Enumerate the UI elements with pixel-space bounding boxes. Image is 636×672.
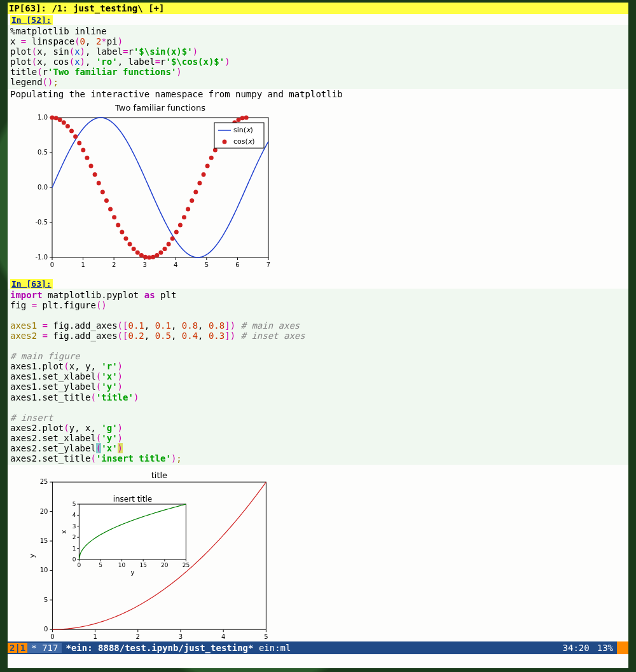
svg-point-54 <box>151 254 155 259</box>
svg-text:title: title <box>151 470 167 480</box>
svg-text:10: 10 <box>118 562 126 568</box>
svg-text:1: 1 <box>73 545 76 552</box>
chart-two-familiar: Two familiar functions01234567-1.0-0.50.… <box>8 99 628 278</box>
cell-prompt-63[interactable]: In [63]: <box>10 279 53 289</box>
svg-point-76 <box>236 118 240 122</box>
svg-point-31 <box>62 120 66 125</box>
svg-point-70 <box>213 147 218 152</box>
svg-point-32 <box>66 124 70 128</box>
svg-text:0: 0 <box>44 626 48 633</box>
svg-text:15: 15 <box>139 562 146 568</box>
svg-text:y: y <box>130 569 134 576</box>
svg-text:0: 0 <box>50 633 54 640</box>
svg-point-66 <box>197 181 202 185</box>
svg-text:2: 2 <box>136 633 140 640</box>
svg-text:cos(x): cos(x) <box>233 137 255 146</box>
svg-point-68 <box>205 163 210 168</box>
svg-point-33 <box>69 128 74 133</box>
svg-text:2: 2 <box>112 261 116 268</box>
svg-point-58 <box>167 242 171 246</box>
svg-point-64 <box>190 198 194 203</box>
cell-code-52[interactable]: %matplotlib inline x = linspace(0, 2*pi)… <box>8 25 628 89</box>
svg-text:-0.5: -0.5 <box>35 219 48 226</box>
svg-point-67 <box>202 172 206 176</box>
svg-point-30 <box>58 118 62 122</box>
svg-point-62 <box>182 215 186 219</box>
svg-point-56 <box>158 250 163 254</box>
svg-text:1: 1 <box>81 261 85 268</box>
svg-point-60 <box>174 230 179 234</box>
svg-text:0: 0 <box>78 562 81 568</box>
svg-text:insert title: insert title <box>113 495 153 504</box>
svg-text:6: 6 <box>235 261 239 268</box>
svg-text:0: 0 <box>50 261 54 268</box>
svg-point-46 <box>120 230 124 234</box>
svg-point-42 <box>104 198 109 203</box>
svg-text:3: 3 <box>179 633 183 640</box>
svg-text:3: 3 <box>143 261 147 268</box>
svg-point-77 <box>240 116 245 120</box>
modeline-winnum: 2|1 <box>8 643 27 653</box>
modeline-pct: 13% <box>593 643 617 653</box>
svg-point-47 <box>123 236 128 240</box>
svg-text:3: 3 <box>73 523 76 530</box>
svg-text:5: 5 <box>264 633 268 640</box>
svg-text:0.5: 0.5 <box>38 149 48 156</box>
svg-text:0: 0 <box>73 556 76 563</box>
svg-rect-112 <box>79 504 186 559</box>
svg-point-43 <box>108 207 113 211</box>
svg-text:4: 4 <box>73 512 76 519</box>
window-title: IP[63]: /1: just_testing\ [+] <box>8 3 628 14</box>
svg-point-59 <box>170 236 175 240</box>
svg-text:5: 5 <box>205 261 209 268</box>
svg-text:sin(x): sin(x) <box>233 126 253 134</box>
chart-title-inset: title0123450510152025xyinsert title05101… <box>8 465 628 656</box>
svg-point-82 <box>223 139 227 144</box>
editor-window: IP[63]: /1: just_testing\ [+] In [52]: %… <box>8 3 628 656</box>
svg-point-40 <box>97 181 101 185</box>
svg-text:10: 10 <box>40 567 48 574</box>
svg-text:5: 5 <box>99 562 102 568</box>
svg-point-69 <box>209 155 214 160</box>
svg-point-29 <box>54 116 59 120</box>
svg-point-37 <box>85 155 89 160</box>
svg-text:-1.0: -1.0 <box>35 254 48 261</box>
svg-point-41 <box>100 189 105 194</box>
svg-point-57 <box>163 246 167 250</box>
svg-text:7: 7 <box>266 261 270 268</box>
svg-point-51 <box>139 253 144 257</box>
svg-text:5: 5 <box>73 501 76 507</box>
modeline-star: * 717 <box>27 643 62 653</box>
svg-text:2: 2 <box>73 534 76 540</box>
svg-point-38 <box>89 163 93 168</box>
svg-text:20: 20 <box>40 508 48 515</box>
cell-code-63[interactable]: import matplotlib.pyplot as plt fig = pl… <box>8 289 628 465</box>
svg-text:1: 1 <box>93 633 97 640</box>
svg-point-61 <box>178 223 183 227</box>
svg-point-50 <box>135 250 140 254</box>
mode-line: 2|1 * 717 *ein: 8888/test.ipynb/just_tes… <box>8 641 628 654</box>
svg-point-65 <box>193 189 198 194</box>
cell-output-52: Populating the interactive namespace fro… <box>8 89 628 99</box>
svg-point-52 <box>143 254 148 259</box>
cell-prompt-52[interactable]: In [52]: <box>10 15 53 25</box>
svg-text:4: 4 <box>174 261 177 268</box>
svg-text:20: 20 <box>161 562 169 568</box>
svg-point-28 <box>50 115 55 120</box>
svg-point-39 <box>93 172 97 176</box>
svg-point-45 <box>116 223 120 227</box>
modeline-end-block <box>617 641 628 654</box>
svg-point-63 <box>186 207 190 211</box>
svg-point-48 <box>128 242 132 246</box>
svg-text:x: x <box>60 530 67 534</box>
svg-point-53 <box>147 255 151 259</box>
svg-point-44 <box>112 215 116 219</box>
svg-text:25: 25 <box>40 478 48 485</box>
svg-point-49 <box>132 246 136 250</box>
svg-text:5: 5 <box>44 596 48 603</box>
svg-point-55 <box>155 253 159 257</box>
mini-buffer[interactable] <box>8 655 628 668</box>
modeline-buffer: *ein: 8888/test.ipynb/just_testing* ein:… <box>62 643 558 653</box>
svg-point-36 <box>81 147 85 152</box>
svg-text:Two familiar functions: Two familiar functions <box>114 103 205 113</box>
